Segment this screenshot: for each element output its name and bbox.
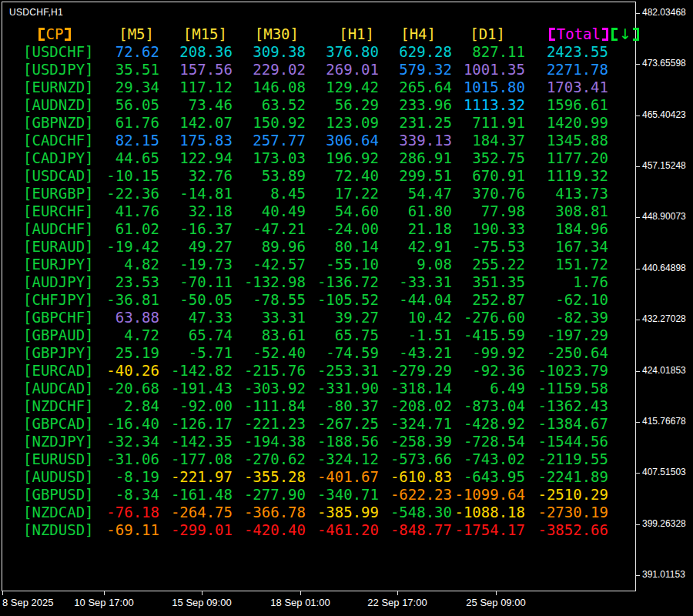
value-cell: 56.05 [86,96,159,114]
price-axis-label: 465.40423 [642,109,686,120]
value-cell: -643.95 [452,468,525,486]
price-axis-label: 457.15248 [642,160,686,171]
time-axis-label: 22 Sep 17:00 [367,597,427,608]
price-axis-tick [636,13,640,14]
value-cell: 629.28 [379,43,452,61]
value-cell: -69.11 [86,521,159,539]
value-cell: -142.82 [159,362,233,380]
value-cell: 1177.20 [525,149,608,167]
value-cell: -303.92 [233,380,306,397]
time-axis-label: 25 Sep 09:00 [466,597,525,608]
value-cell: 65.74 [159,326,233,344]
value-cell: -221.97 [159,468,233,486]
price-axis-label: 482.03468 [642,7,686,18]
value-cell: 21.18 [379,220,452,238]
pair-label: [CADCHF] [0,132,86,149]
cp-indicator-table: CP[M5][M15][M30][H1][H4][D1]Total↓[USDCH… [0,25,644,539]
table-row: [EURCHF]41.7632.1840.4954.6061.8077.9830… [0,203,644,220]
value-cell: -428.92 [452,415,525,433]
pair-label: [NZDUSD] [0,521,86,539]
value-cell: -270.62 [233,450,306,468]
value-cell: 1703.41 [525,79,608,96]
table-row: [GBPJPY]25.19-5.71-52.40-74.59-43.21-99.… [0,344,644,362]
pair-label: [GBPAUD] [0,326,86,344]
value-cell: -16.37 [159,220,233,238]
value-cell: -32.34 [86,433,159,450]
price-axis-label: 424.01853 [642,365,686,376]
value-cell: -194.38 [233,433,306,450]
value-cell: 1001.35 [452,61,525,79]
time-axis-label: 15 Sep 09:00 [172,597,231,608]
pair-label: [USDJPY] [0,61,86,79]
value-cell: 89.96 [233,238,306,256]
value-cell: 10.42 [379,309,452,326]
pair-label: [EURGBP] [0,185,86,203]
pair-label: [USDCAD] [0,167,86,185]
value-cell: 6.49 [452,380,525,397]
value-cell: -215.76 [233,362,306,380]
value-cell: 44.65 [86,149,159,167]
value-cell: 61.80 [379,203,452,220]
value-cell: 1015.80 [452,79,525,96]
pair-label: [EURNZD] [0,79,86,96]
time-axis-label: 8 Sep 2025 [2,597,54,608]
value-cell: -1159.58 [525,380,608,397]
value-cell: 269.01 [306,61,379,79]
pair-label: [NZDCAD] [0,504,86,521]
value-cell: 309.38 [233,43,306,61]
table-row: [USDCAD]-10.1532.7653.8972.40299.51670.9… [0,167,644,185]
price-axis-tick [636,524,640,525]
value-cell: -1088.18 [452,504,525,521]
value-cell: -36.81 [86,291,159,309]
value-cell: -31.06 [86,450,159,468]
value-cell: -42.57 [233,256,306,273]
price-axis-tick [636,64,640,65]
value-cell: -111.84 [233,397,306,415]
price-axis-tick [636,166,640,167]
value-cell: -197.29 [525,326,608,344]
value-cell: -1023.79 [525,362,608,380]
value-cell: 370.76 [452,185,525,203]
value-cell: 61.02 [86,220,159,238]
value-cell: 77.98 [452,203,525,220]
value-cell: -105.52 [306,291,379,309]
value-cell: 117.12 [159,79,233,96]
value-cell: 175.83 [159,132,233,149]
value-cell: 17.22 [306,185,379,203]
value-cell: 56.29 [306,96,379,114]
value-cell: 63.88 [86,309,159,326]
header-m15: [M15] [159,25,233,43]
value-cell: 9.08 [379,256,452,273]
value-cell: -3852.66 [525,521,608,539]
value-cell: 42.91 [379,238,452,256]
value-cell: -2241.89 [525,468,608,486]
pair-label: [NZDJPY] [0,433,86,450]
pair-label: [EURCHF] [0,203,86,220]
value-cell: -70.11 [159,273,233,291]
time-axis-tick [397,591,398,595]
value-cell: 255.22 [452,256,525,273]
value-cell: 257.77 [233,132,306,149]
value-cell: -277.90 [233,486,306,504]
table-row: [AUDCAD]-20.68-191.43-303.92-331.90-318.… [0,380,644,397]
value-cell: -366.78 [233,504,306,521]
price-axis-tick [636,371,640,372]
value-cell: 413.73 [525,185,608,203]
value-cell: 53.89 [233,167,306,185]
header-h4: [H4] [379,25,452,43]
price-axis[interactable]: 482.03468473.65598465.40423457.15248448.… [637,0,693,591]
value-cell: 286.91 [379,149,452,167]
value-cell: 80.14 [306,238,379,256]
value-cell: -1.51 [379,326,452,344]
value-cell: -324.71 [379,415,452,433]
value-cell: 25.19 [86,344,159,362]
value-cell: -610.83 [379,468,452,486]
header-m5: [M5] [86,25,159,43]
price-axis-label: 440.64898 [642,263,686,273]
value-cell: 63.52 [233,96,306,114]
table-row: [CADJPY]44.65122.94173.03196.92286.91352… [0,149,644,167]
value-cell: -76.18 [86,504,159,521]
value-cell: -401.67 [306,468,379,486]
header-cp: CP [0,25,86,43]
value-cell: -340.71 [306,486,379,504]
